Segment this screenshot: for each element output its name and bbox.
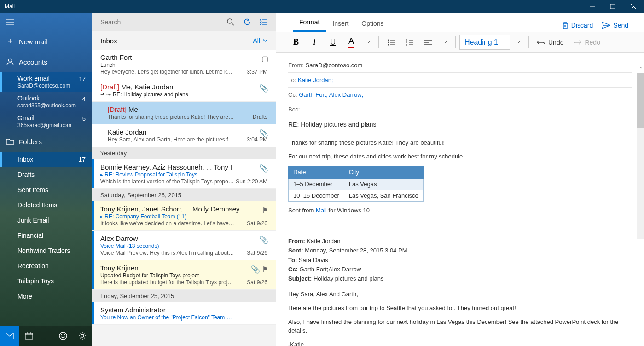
from-field: From: SaraD@contoso.com [288, 58, 632, 73]
send-button[interactable]: Send [598, 19, 633, 32]
message-item[interactable]: Tony Krijnen, Janet Schorr, ... Molly De… [92, 201, 276, 231]
format-ribbon: B I U A 123 Heading 1 Undo Redo [276, 32, 644, 53]
folder-item[interactable]: Northwind Traders [0, 243, 92, 258]
bcc-field[interactable]: Bcc: [288, 102, 632, 117]
account-item[interactable]: Outlooksarad365@outlook.com4 [0, 92, 92, 111]
tab-options[interactable]: Options [355, 15, 390, 32]
folder-item[interactable]: Deleted Items [0, 197, 92, 212]
scrollbar-thumb[interactable] [637, 73, 644, 128]
hamburger-button[interactable] [0, 13, 92, 31]
svg-point-19 [81, 334, 84, 337]
search-input[interactable] [100, 18, 222, 26]
svg-point-20 [227, 19, 232, 23]
style-label: Heading 1 [464, 38, 498, 47]
message-body[interactable]: Thanks for sharing these pictures Katie!… [288, 132, 632, 346]
italic-button[interactable]: I [306, 35, 323, 50]
number-list-button[interactable]: 123 [401, 35, 418, 50]
message-item[interactable]: Bonnie Kearney, Aziz Hassouneh, ... Tony… [92, 159, 276, 189]
message-item[interactable]: Katie Jordan Hey Sara, Alex and Garth, H… [92, 124, 276, 147]
flag-icon: ⚑ [262, 265, 268, 274]
underline-button[interactable]: U [324, 35, 342, 50]
message-item[interactable]: [Draft] Me, Katie Jordan ⬏ ⇢ RE: Holiday… [92, 79, 276, 102]
folder-item[interactable]: Junk Email [0, 212, 92, 228]
new-mail-button[interactable]: + New mail [0, 31, 92, 52]
mail-link[interactable]: Mail [316, 207, 327, 214]
accounts-label: Accounts [19, 58, 47, 66]
svg-text:3: 3 [406, 43, 407, 46]
close-button[interactable] [623, 0, 644, 13]
para-more-dropdown[interactable] [438, 35, 452, 50]
folder-item[interactable]: More [0, 288, 92, 304]
svg-point-17 [62, 335, 62, 335]
inbox-header: Inbox All [92, 31, 276, 50]
settings-button[interactable] [73, 326, 92, 346]
filter-dropdown[interactable]: All [253, 37, 267, 44]
titlebar: Mail [0, 0, 644, 13]
folder-item[interactable]: Recreation [0, 258, 92, 273]
subject-field[interactable]: RE: Holiday pictures and plans [288, 117, 632, 132]
tab-insert[interactable]: Insert [326, 15, 355, 32]
redo-label: Redo [585, 39, 600, 46]
search-bar [92, 13, 276, 31]
align-button[interactable] [419, 35, 437, 50]
new-mail-label: New mail [19, 38, 47, 46]
folders-label: Folders [19, 138, 42, 146]
scroll-up-icon[interactable]: ⌃ [639, 66, 643, 71]
message-item[interactable]: [Draft] Me Thanks for sharing these pict… [92, 102, 276, 124]
folders-header[interactable]: Folders [0, 131, 92, 152]
style-more-dropdown[interactable] [511, 35, 525, 50]
attachment-icon: 📎 [251, 265, 260, 274]
folder-item[interactable]: Financial [0, 228, 92, 243]
attachment-icon: 📎 [259, 129, 268, 138]
attachment-icon: 📎 [259, 164, 268, 173]
date-header: Friday, September 25, 2015 [92, 290, 276, 302]
send-label: Send [613, 22, 628, 29]
flag-icon: ⚑ [262, 206, 268, 215]
message-item[interactable]: Tony Krijnen Updated Budget for Tailspin… [92, 260, 276, 290]
bullet-list-button[interactable] [383, 35, 400, 50]
maximize-button[interactable] [603, 0, 623, 13]
compose-area[interactable]: From: SaraD@contoso.com To: Katie Jordan… [276, 53, 644, 346]
feedback-button[interactable] [53, 326, 73, 346]
redo-button[interactable]: Redo [569, 35, 604, 50]
undo-button[interactable]: Undo [533, 35, 568, 50]
bottom-bar [0, 326, 92, 346]
select-button[interactable] [255, 15, 272, 29]
svg-point-16 [59, 332, 67, 340]
font-color-button[interactable]: A [342, 35, 360, 50]
accounts-header[interactable]: Accounts [0, 52, 92, 72]
message-item[interactable]: Alex Darrow Voice Mail (13 seconds) Voic… [92, 231, 276, 260]
svg-line-21 [232, 23, 234, 25]
account-item[interactable]: Work emailSaraD@contoso.com17 [0, 72, 92, 92]
folder-item[interactable]: Tailspin Toys [0, 273, 92, 288]
message-item[interactable]: Garth Fort Lunch Hey everyone, Let's get… [92, 50, 276, 79]
attachment-icon: 📎 [259, 235, 268, 244]
folder-item[interactable]: Sent Items [0, 182, 92, 197]
message-list: Inbox All Garth Fort Lunch Hey everyone,… [92, 13, 276, 346]
folder-item[interactable]: Drafts [0, 167, 92, 182]
svg-point-25 [388, 40, 389, 41]
reading-pane: Format Insert Options Discard Send B I U… [276, 13, 644, 346]
discard-label: Discard [571, 22, 593, 29]
mail-app-button[interactable] [0, 326, 19, 346]
style-select[interactable]: Heading 1 [459, 35, 510, 50]
folder-item[interactable]: Inbox17 [0, 152, 92, 167]
svg-point-27 [388, 42, 389, 43]
date-header: Yesterday [92, 147, 276, 159]
to-field[interactable]: To: Katie Jordan; [288, 73, 632, 88]
scrollbar[interactable] [637, 73, 644, 239]
plus-icon: + [6, 37, 14, 47]
account-item[interactable]: Gmail365sarad@gmail.com5 [0, 111, 92, 131]
bold-button[interactable]: B [287, 35, 305, 50]
cc-field[interactable]: Cc: Garth Fort; Alex Darrow; [288, 88, 632, 102]
calendar-app-button[interactable] [19, 326, 39, 346]
search-button[interactable] [222, 15, 239, 29]
svg-point-18 [64, 335, 65, 335]
minimize-button[interactable] [582, 0, 603, 13]
discard-button[interactable]: Discard [557, 19, 598, 32]
message-item[interactable]: System Administrator You're Now an Owner… [92, 302, 276, 325]
svg-point-7 [9, 59, 12, 62]
sync-button[interactable] [239, 15, 255, 29]
font-more-dropdown[interactable] [361, 35, 375, 50]
tab-format[interactable]: Format [293, 14, 326, 32]
